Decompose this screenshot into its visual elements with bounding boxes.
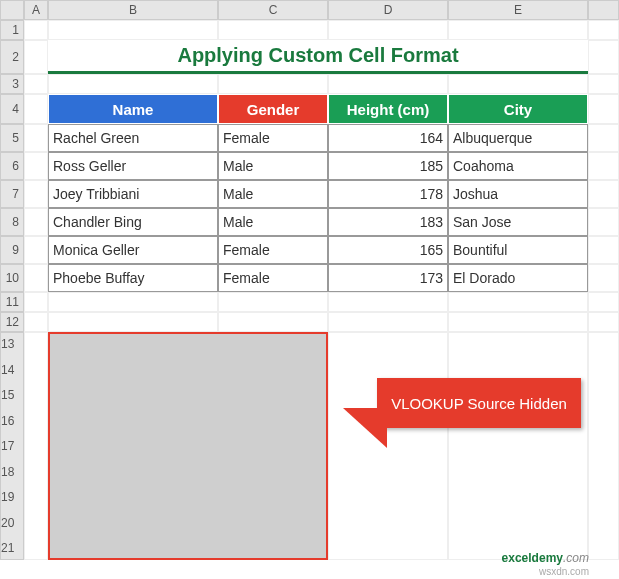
row-12[interactable]: 12: [0, 312, 24, 332]
table-cell[interactable]: Female: [218, 264, 328, 292]
table-cell[interactable]: 185: [328, 152, 448, 180]
cell[interactable]: [48, 20, 218, 40]
cell[interactable]: [48, 312, 218, 332]
table-cell[interactable]: 165: [328, 236, 448, 264]
cell[interactable]: [24, 152, 48, 180]
th-height[interactable]: Height (cm): [328, 94, 448, 124]
cell[interactable]: [24, 124, 48, 152]
row-label: 21: [1, 541, 14, 555]
table-cell[interactable]: 173: [328, 264, 448, 292]
row-label: 14: [1, 363, 14, 377]
cell[interactable]: [24, 20, 48, 40]
row-13-21[interactable]: 13 14 15 16 17 18 19 20 21: [0, 332, 24, 560]
th-city[interactable]: City: [448, 94, 588, 124]
cell[interactable]: [448, 312, 588, 332]
col-E[interactable]: E: [448, 0, 588, 20]
th-name[interactable]: Name: [48, 94, 218, 124]
cell[interactable]: [588, 180, 619, 208]
table-cell[interactable]: 164: [328, 124, 448, 152]
row-7[interactable]: 7: [0, 180, 24, 208]
table-cell[interactable]: Male: [218, 180, 328, 208]
watermark-brand: exceldemy: [502, 551, 563, 565]
row-4[interactable]: 4: [0, 94, 24, 124]
row-10[interactable]: 10: [0, 264, 24, 292]
table-cell[interactable]: Male: [218, 208, 328, 236]
row-2[interactable]: 2: [0, 40, 24, 74]
cell[interactable]: [448, 20, 588, 40]
row-1[interactable]: 1: [0, 20, 24, 40]
watermark-suffix: .com: [563, 551, 589, 565]
table-cell[interactable]: Rachel Green: [48, 124, 218, 152]
cell[interactable]: [448, 332, 588, 560]
cell[interactable]: [24, 236, 48, 264]
cell[interactable]: [48, 74, 218, 94]
cell[interactable]: [588, 292, 619, 312]
row-11[interactable]: 11: [0, 292, 24, 312]
row-label: 19: [1, 490, 14, 504]
table-cell[interactable]: 183: [328, 208, 448, 236]
cell[interactable]: [24, 292, 48, 312]
th-gender[interactable]: Gender: [218, 94, 328, 124]
cell[interactable]: [588, 312, 619, 332]
cell[interactable]: [328, 312, 448, 332]
watermark-secondary: wsxdn.com: [539, 566, 589, 577]
table-cell[interactable]: Chandler Bing: [48, 208, 218, 236]
col-C[interactable]: C: [218, 0, 328, 20]
table-cell[interactable]: Monica Geller: [48, 236, 218, 264]
row-3[interactable]: 3: [0, 74, 24, 94]
cell[interactable]: [218, 20, 328, 40]
cell[interactable]: [24, 264, 48, 292]
table-cell[interactable]: 178: [328, 180, 448, 208]
cell[interactable]: [218, 312, 328, 332]
row-9[interactable]: 9: [0, 236, 24, 264]
table-cell[interactable]: Bountiful: [448, 236, 588, 264]
cell[interactable]: [24, 332, 48, 560]
table-cell[interactable]: Albuquerque: [448, 124, 588, 152]
table-cell[interactable]: El Dorado: [448, 264, 588, 292]
cell[interactable]: [588, 20, 619, 40]
table-cell[interactable]: Female: [218, 236, 328, 264]
cell[interactable]: [588, 332, 619, 560]
col-A[interactable]: A: [24, 0, 48, 20]
cell[interactable]: [24, 94, 48, 124]
cell[interactable]: [588, 124, 619, 152]
hidden-source-range[interactable]: [48, 332, 328, 560]
cell[interactable]: [588, 94, 619, 124]
cell[interactable]: [218, 292, 328, 312]
cell[interactable]: [328, 74, 448, 94]
col-D[interactable]: D: [328, 0, 448, 20]
table-cell[interactable]: Coahoma: [448, 152, 588, 180]
table-cell[interactable]: Male: [218, 152, 328, 180]
cell[interactable]: [24, 40, 48, 74]
cell[interactable]: [218, 74, 328, 94]
table-cell[interactable]: Ross Geller: [48, 152, 218, 180]
col-B[interactable]: B: [48, 0, 218, 20]
cell[interactable]: [48, 292, 218, 312]
cell[interactable]: [448, 292, 588, 312]
cell[interactable]: [588, 74, 619, 94]
cell[interactable]: [588, 236, 619, 264]
cell[interactable]: [24, 180, 48, 208]
table-cell[interactable]: Joshua: [448, 180, 588, 208]
cell[interactable]: [588, 208, 619, 236]
cell[interactable]: [328, 292, 448, 312]
cell[interactable]: [328, 20, 448, 40]
table-cell[interactable]: Joey Tribbiani: [48, 180, 218, 208]
callout-annotation: VLOOKUP Source Hidden: [377, 378, 581, 428]
col-spacer: [588, 0, 619, 20]
cell[interactable]: [588, 152, 619, 180]
cell[interactable]: [24, 208, 48, 236]
row-8[interactable]: 8: [0, 208, 24, 236]
table-cell[interactable]: Phoebe Buffay: [48, 264, 218, 292]
cell[interactable]: [24, 74, 48, 94]
cell[interactable]: [588, 264, 619, 292]
row-5[interactable]: 5: [0, 124, 24, 152]
cell[interactable]: [588, 40, 619, 74]
table-cell[interactable]: Female: [218, 124, 328, 152]
table-cell[interactable]: San Jose: [448, 208, 588, 236]
cell[interactable]: [448, 74, 588, 94]
row-6[interactable]: 6: [0, 152, 24, 180]
select-all-corner[interactable]: [0, 0, 24, 20]
row-label: 20: [1, 516, 14, 530]
cell[interactable]: [24, 312, 48, 332]
